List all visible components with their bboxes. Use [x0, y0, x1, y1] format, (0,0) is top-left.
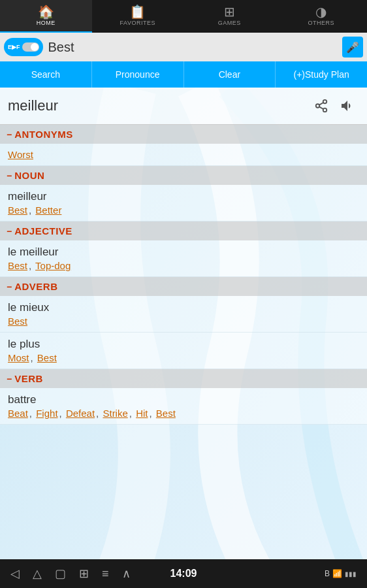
study-plan-button-label: (+)Study Plan	[294, 69, 349, 80]
verb-link-fight[interactable]: Fight	[36, 408, 57, 419]
adverb-main-0: le mieux	[8, 301, 359, 314]
adverb-link-best-0[interactable]: Best	[8, 316, 27, 327]
antonyms-link-worst[interactable]: Worst	[8, 149, 33, 160]
nav-games-label: GAMES	[218, 20, 241, 26]
top-navigation: 🏠 HOME 📋 FAVORITES ⊞ GAMES ◑ OTHERS	[0, 0, 367, 33]
search-button-label: Search	[31, 69, 60, 80]
search-button[interactable]: Search	[0, 61, 92, 88]
action-buttons-row: Search Pronounce Clear (+)Study Plan	[0, 61, 367, 88]
noun-main-0: meilleur	[8, 190, 359, 203]
noun-entry-0: meilleur Best, Better	[0, 185, 367, 221]
svg-line-4	[319, 106, 323, 109]
antonyms-links-0: Worst	[8, 149, 359, 160]
noun-header: − NOUN	[0, 166, 367, 185]
nav-home-label: HOME	[37, 20, 56, 26]
adverb-link-best-1[interactable]: Best	[37, 352, 57, 363]
language-toggle[interactable]: E▶F	[4, 38, 43, 56]
audio-button[interactable]	[336, 94, 359, 118]
antonyms-title: ANTONYMS	[14, 129, 73, 140]
svg-point-1	[323, 100, 327, 104]
adjective-minus[interactable]: −	[7, 226, 12, 237]
verb-title: VERB	[14, 373, 43, 384]
translation-row: meilleur	[0, 88, 367, 125]
antonyms-minus[interactable]: −	[7, 129, 12, 140]
lang-label: E▶F	[8, 44, 20, 50]
adverb-minus[interactable]: −	[7, 282, 12, 292]
verb-minus[interactable]: −	[7, 374, 12, 384]
recents-icon[interactable]: ▢	[55, 566, 66, 581]
adjective-title: ADJECTIVE	[14, 225, 72, 237]
menu-icon[interactable]: ≡	[102, 567, 109, 581]
verb-main-0: battre	[8, 393, 359, 406]
verb-links-0: Beat, Fight, Defeat, Strike, Hit, Best	[8, 408, 359, 419]
nav-favorites[interactable]: 📋 FAVORITES	[92, 0, 184, 33]
microphone-button[interactable]: 🎤	[342, 37, 363, 57]
verb-link-hit[interactable]: Hit	[136, 408, 148, 419]
back-icon[interactable]: ◁	[10, 566, 20, 581]
svg-line-5	[319, 103, 323, 105]
verb-link-defeat[interactable]: Defeat	[66, 408, 95, 419]
bluetooth-icon: B	[325, 569, 330, 578]
clear-button[interactable]: Clear	[184, 61, 276, 88]
games-icon: ⊞	[224, 5, 235, 18]
grid-icon[interactable]: ⊞	[79, 566, 89, 581]
verb-link-best[interactable]: Best	[156, 408, 176, 419]
svg-point-3	[323, 108, 327, 112]
adjective-main-0: le meilleur	[8, 246, 359, 259]
adverb-links-0: Best	[8, 316, 359, 327]
nav-others[interactable]: ◑ OTHERS	[276, 0, 368, 33]
adjective-links-0: Best, Top-dog	[8, 260, 359, 271]
search-input[interactable]	[48, 40, 342, 55]
clear-button-label: Clear	[219, 69, 240, 80]
up-icon[interactable]: ∧	[122, 566, 131, 581]
svg-point-2	[316, 104, 320, 108]
nav-home[interactable]: 🏠 HOME	[0, 0, 92, 33]
toggle-switch[interactable]	[22, 42, 39, 52]
study-plan-button[interactable]: (+)Study Plan	[276, 61, 367, 88]
adjective-link-topdog[interactable]: Top-dog	[35, 260, 71, 271]
status-right-icons: B 📶 ▮▮▮	[197, 569, 357, 578]
adverb-main-1: le plus	[8, 338, 359, 351]
translation-text: meilleur	[8, 97, 307, 114]
microphone-icon: 🎤	[346, 41, 359, 54]
others-icon: ◑	[315, 5, 327, 18]
adverb-header: − ADVERB	[0, 277, 367, 296]
noun-link-best[interactable]: Best	[8, 204, 27, 216]
wifi-icon: 📶	[332, 569, 342, 578]
antonyms-entry-0: Worst	[0, 144, 367, 166]
verb-entry-0: battre Beat, Fight, Defeat, Strike, Hit,…	[0, 388, 367, 425]
pronounce-button[interactable]: Pronounce	[92, 61, 184, 88]
home-nav-icon[interactable]: △	[33, 566, 42, 581]
status-nav-icons: ◁ △ ▢ ⊞ ≡ ∧	[10, 566, 170, 581]
main-content: meilleur − ANTONYMS Worst − NOUN meilleu…	[0, 88, 367, 559]
nav-games[interactable]: ⊞ GAMES	[184, 0, 276, 33]
status-time: 14:09	[170, 568, 197, 580]
noun-title: NOUN	[14, 170, 44, 181]
search-bar-row: E▶F 🎤	[0, 33, 367, 61]
adjective-link-best[interactable]: Best	[8, 260, 27, 271]
verb-link-beat[interactable]: Beat	[8, 408, 28, 419]
adjective-entry-0: le meilleur Best, Top-dog	[0, 240, 367, 277]
home-icon: 🏠	[38, 5, 54, 18]
noun-link-better[interactable]: Better	[35, 204, 61, 216]
adverb-entry-1: le plus Most, Best	[0, 333, 367, 369]
nav-others-label: OTHERS	[308, 20, 334, 26]
adjective-header: − ADJECTIVE	[0, 221, 367, 240]
signal-icon: ▮▮▮	[345, 570, 357, 578]
pronounce-button-label: Pronounce	[116, 69, 160, 80]
adverb-link-most[interactable]: Most	[8, 352, 29, 363]
verb-link-strike[interactable]: Strike	[103, 408, 127, 419]
status-bar: ◁ △ ▢ ⊞ ≡ ∧ 14:09 B 📶 ▮▮▮	[0, 559, 367, 588]
toggle-knob	[31, 43, 39, 51]
noun-minus[interactable]: −	[7, 171, 12, 181]
verb-header: − VERB	[0, 369, 367, 388]
nav-favorites-label: FAVORITES	[120, 20, 155, 26]
adverb-links-1: Most, Best	[8, 352, 359, 363]
adverb-title: ADVERB	[14, 281, 57, 292]
noun-links-0: Best, Better	[8, 204, 359, 216]
adverb-entry-0: le mieux Best	[0, 296, 367, 333]
favorites-icon: 📋	[129, 5, 146, 18]
antonyms-header: − ANTONYMS	[0, 125, 367, 144]
share-button[interactable]	[310, 94, 333, 118]
